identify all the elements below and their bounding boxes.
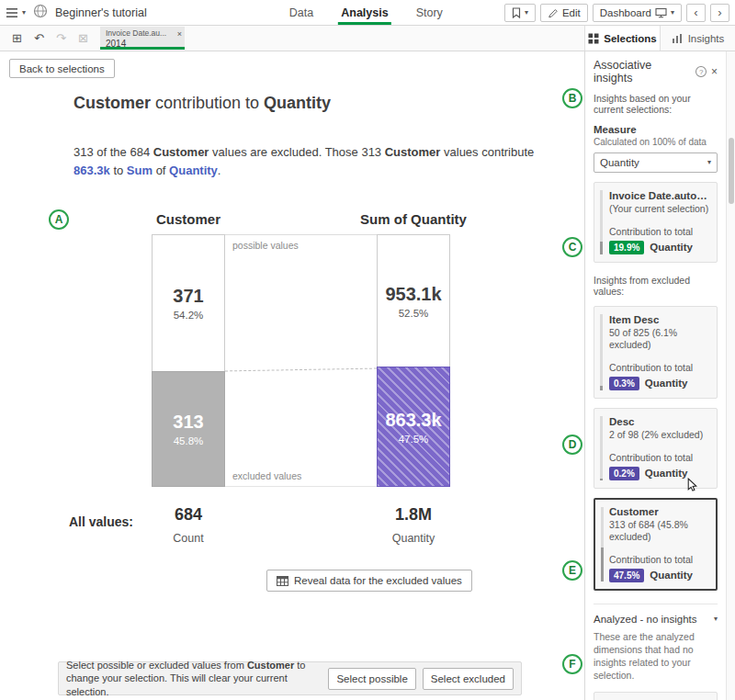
quantity-excluded-segment[interactable]: 863.3k 47.5% xyxy=(377,367,450,487)
step-forward-selection-button[interactable]: ↷ xyxy=(51,28,71,48)
customer-excluded-pct: 45.8% xyxy=(174,435,204,446)
selection-history-controls: ⊞ ↶ ↷ ⊠ xyxy=(0,26,93,51)
scrollbar-thumb[interactable] xyxy=(729,138,734,204)
measure-subtext: Calculated on 100% of data xyxy=(594,137,718,147)
select-excluded-button[interactable]: Select excluded xyxy=(423,668,514,690)
column-header-sum-of-quantity: Sum of Quantity xyxy=(340,211,487,227)
card-title: Customer xyxy=(609,506,710,517)
measure-label: Measure xyxy=(594,124,718,135)
bookmark-button[interactable]: ▾ xyxy=(504,4,536,22)
customer-total-value: 684 xyxy=(133,505,243,525)
card-badge-row: 0.3% Quantity xyxy=(609,377,710,390)
selection-chip-field: Invoice Date.au... xyxy=(106,28,171,38)
insight-card-invoice-date[interactable]: Invoice Date.autoCalen... (Your current … xyxy=(594,182,718,263)
insights-icon xyxy=(672,33,684,44)
insight-card-product-sub-group[interactable]: Product Sub Group No exclusions found wi… xyxy=(594,692,718,700)
card-subtitle: 2 of 98 (2% excluded) xyxy=(609,429,710,442)
app-logo-icon xyxy=(33,4,48,22)
card-gauge xyxy=(601,507,604,581)
hamburger-icon xyxy=(6,7,18,18)
annotation-label-e: E xyxy=(562,560,582,581)
close-panel-icon[interactable]: × xyxy=(711,66,718,77)
reveal-data-button[interactable]: Reveal data for the excluded values xyxy=(266,570,472,592)
contribution-label: Contribution to total xyxy=(609,554,710,565)
tab-data[interactable]: Data xyxy=(289,0,313,25)
customer-possible-segment[interactable]: 371 54.2% xyxy=(152,234,225,371)
chevron-down-icon: ▾ xyxy=(22,9,26,17)
step-back-selection-button[interactable]: ↶ xyxy=(29,28,49,48)
topbar: ▾ Beginner's tutorial Data Analysis Stor… xyxy=(0,0,735,26)
card-gauge-fill xyxy=(600,386,603,390)
card-measure-label: Quantity xyxy=(650,242,693,253)
chevron-down-icon: ▾ xyxy=(714,615,718,623)
quantity-total-value: 1.8M xyxy=(340,505,487,525)
chevron-left-icon: ‹ xyxy=(694,6,697,19)
selection-chip-green-bar xyxy=(100,47,185,50)
annotation-label-d: D xyxy=(562,435,582,455)
next-sheet-button[interactable]: › xyxy=(710,4,729,22)
help-icon[interactable]: ? xyxy=(695,66,707,77)
clear-selections-button[interactable]: ⊠ xyxy=(74,28,93,48)
card-title: Desc xyxy=(609,416,710,427)
quantity-possible-segment[interactable]: 953.1k 52.5% xyxy=(377,234,450,367)
measure-dropdown[interactable]: Quantity ▾ xyxy=(594,152,718,173)
insight-card-item-desc[interactable]: Item Desc 50 of 825 (6.1% excluded) Cont… xyxy=(594,306,718,399)
contribution-badge: 47.5% xyxy=(609,569,644,582)
selection-notice-text: Select possible or excluded values from … xyxy=(66,659,322,698)
quantity-excluded-value: 863.3k xyxy=(385,410,441,431)
pencil-icon xyxy=(548,7,559,18)
chip-close-icon[interactable]: × xyxy=(177,30,182,39)
customer-possible-pct: 54.2% xyxy=(174,310,204,321)
card-badge-row: 47.5% Quantity xyxy=(609,569,710,582)
summary-text: 313 of the 684 Customer values are exclu… xyxy=(74,143,559,180)
tab-selections-label: Selections xyxy=(604,33,657,44)
tab-selections[interactable]: Selections xyxy=(584,26,660,51)
selection-chip-invoice-date[interactable]: Invoice Date.au... 2014 × xyxy=(100,27,185,50)
analyzed-section-toggle[interactable]: Analyzed - no insights ▾ xyxy=(594,604,718,625)
customer-total-label: Count xyxy=(133,532,243,545)
annotation-label-f: F xyxy=(562,654,582,674)
app-title: Beginner's tutorial xyxy=(55,6,147,19)
associative-insights-main: Back to selections Customer contribution… xyxy=(0,51,584,700)
selections-tool-button[interactable]: ⊞ xyxy=(7,28,27,48)
select-possible-button[interactable]: Select possible xyxy=(328,668,415,690)
customer-bar[interactable]: 371 54.2% 313 45.8% xyxy=(152,234,225,487)
annotation-label-c: C xyxy=(562,237,582,257)
monitor-icon xyxy=(655,7,667,18)
edit-button[interactable]: Edit xyxy=(540,4,588,22)
mouse-cursor-icon xyxy=(685,478,699,495)
card-title: Invoice Date.autoCalen... xyxy=(609,190,710,201)
view-tabs: Data Analysis Story xyxy=(289,0,443,25)
column-header-customer: Customer xyxy=(133,211,243,227)
panel-intro-text: Insights based on your current selection… xyxy=(594,93,718,115)
card-title: Item Desc xyxy=(609,314,710,325)
excluded-section-label: Insights from excluded values: xyxy=(594,275,718,297)
insight-card-desc[interactable]: Desc 2 of 98 (2% excluded) Contribution … xyxy=(594,408,718,489)
panel-scrollbar[interactable] xyxy=(726,51,735,700)
global-menu-button[interactable]: ▾ xyxy=(6,7,26,18)
sum-of-quantity-bar[interactable]: 953.1k 52.5% 863.3k 47.5% xyxy=(377,234,450,487)
tab-story[interactable]: Story xyxy=(416,0,443,25)
contribution-badge: 0.2% xyxy=(609,467,639,480)
card-gauge xyxy=(600,416,603,480)
tab-analysis[interactable]: Analysis xyxy=(341,0,388,25)
sheet-selector-button[interactable]: Dashboard ▾ xyxy=(593,4,682,22)
quantity-possible-pct: 52.5% xyxy=(399,308,429,319)
tab-insights[interactable]: Insights xyxy=(660,26,735,51)
quantity-total: 1.8M Quantity xyxy=(340,505,487,545)
card-badge-row: 19.9% Quantity xyxy=(609,241,710,254)
split-dashed-line xyxy=(225,368,377,372)
customer-excluded-segment[interactable]: 313 45.8% xyxy=(152,371,225,487)
title-customer: Customer xyxy=(74,94,151,112)
page-title: Customer contribution to Quantity xyxy=(74,94,331,113)
right-panel-tabs: Selections Insights xyxy=(584,26,735,51)
step-forward-icon: ↷ xyxy=(56,31,66,45)
panel-header: Associative insights ? × xyxy=(594,59,718,85)
step-back-icon: ↶ xyxy=(34,31,44,45)
chart-middle-zone: possible values excluded values xyxy=(225,234,377,487)
previous-sheet-button[interactable]: ‹ xyxy=(686,4,706,22)
back-to-selections-button[interactable]: Back to selections xyxy=(9,59,115,78)
insight-card-customer[interactable]: Customer 313 of 684 (45.8% excluded) Con… xyxy=(594,498,718,591)
analyzed-section-description: These are the analyzed dimensions that h… xyxy=(594,630,718,683)
selections-grid-icon: ⊞ xyxy=(12,31,22,45)
